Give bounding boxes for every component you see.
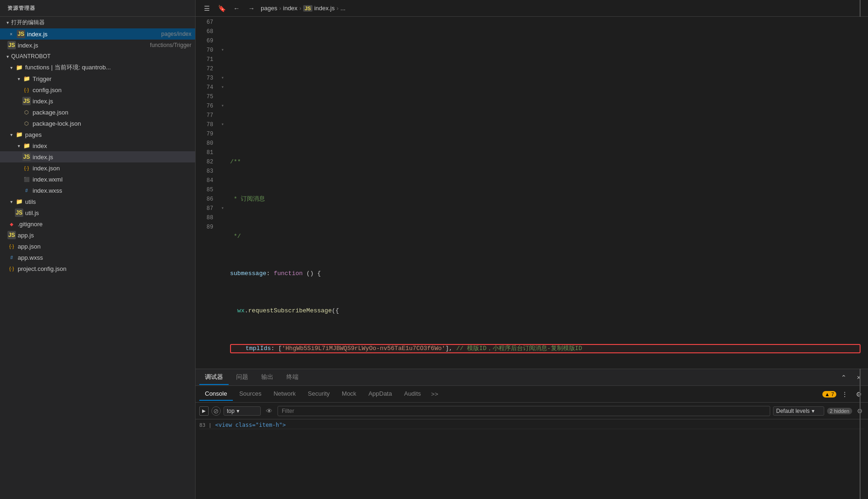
forward-button[interactable]: →: [246, 3, 257, 14]
sub-tab-sources[interactable]: Sources: [234, 387, 267, 401]
console-clear-button[interactable]: ⊘: [211, 406, 221, 416]
fold-88: [219, 213, 226, 223]
sub-tab-more[interactable]: >>: [427, 388, 442, 400]
panel-tab-terminal[interactable]: 终端: [281, 370, 304, 385]
console-content[interactable]: 83 | <view class="item-h">: [196, 419, 868, 499]
file-trigger-index-js[interactable]: JS index.js: [0, 95, 195, 107]
sub-tab-console[interactable]: Console: [199, 387, 233, 401]
folder-icon-index: 📁: [22, 142, 31, 150]
folder-utils[interactable]: ▾ 📁 utils: [0, 196, 195, 207]
ln-76: 76: [196, 101, 213, 111]
file-config-json[interactable]: {·} config.json: [0, 84, 195, 95]
panel-tab-debugger[interactable]: 调试器: [199, 370, 229, 385]
code-line-73: submessage: function () {: [230, 269, 861, 278]
file-app-wxss[interactable]: # app.wxss: [0, 252, 195, 263]
open-file-index-js-pages[interactable]: × JS index.js pages/index: [0, 28, 195, 40]
breadcrumb-pages[interactable]: pages: [261, 5, 277, 12]
folder-index[interactable]: ▾ 📁 index: [0, 140, 195, 151]
file-pages-index-js[interactable]: JS index.js: [0, 151, 195, 162]
folder-icon-utils: 📁: [15, 197, 23, 206]
js-icon-trigger-index: JS: [22, 97, 31, 105]
file-util-js[interactable]: JS util.js: [0, 207, 195, 218]
panel-chevron-up[interactable]: ⌃: [838, 372, 849, 383]
bookmark-button[interactable]: 🔖: [216, 3, 227, 14]
fold-68: [219, 27, 226, 36]
gitignore-icon: ◆: [7, 220, 16, 228]
sidebar-title: 资源管理器: [0, 0, 195, 17]
ln-77: 77: [196, 111, 213, 120]
sub-tab-mock[interactable]: Mock: [336, 387, 362, 401]
fold-73[interactable]: ▾: [219, 74, 226, 83]
label-pages-index-wxml: index.wxml: [33, 176, 191, 183]
editor-bottom-container: 67 68 69 70 71 72 73 74 75 76 77 78 79 8…: [196, 17, 868, 499]
file-app-js[interactable]: JS app.js: [0, 229, 195, 241]
section-quantrobot-label: QUANTROBOT: [11, 53, 51, 60]
fold-87[interactable]: ▾: [219, 204, 226, 213]
breadcrumb-index[interactable]: index: [283, 5, 298, 12]
bottom-panel: 调试器 问题 输出 终端 ⌃ × Console Sources Network…: [196, 369, 868, 499]
panel-actions: ⌃ ×: [838, 372, 864, 383]
file-app-json[interactable]: {·} app.json: [0, 241, 195, 252]
back-button[interactable]: ←: [231, 3, 242, 14]
folder-icon-trigger: 📁: [22, 74, 31, 83]
fold-79: [219, 129, 226, 139]
folder-pages[interactable]: ▾ 📁 pages: [0, 129, 195, 140]
fold-75: [219, 92, 226, 101]
label-trigger-index-js: index.js: [33, 98, 191, 105]
code-75-comment: // 模版ID，小程序后台订阅消息-复制模版ID: [456, 344, 582, 353]
open-file-index-js-trigger[interactable]: JS index.js functions/Trigger: [0, 40, 195, 51]
close-icon-index-js-pages[interactable]: ×: [7, 30, 15, 38]
editor-area[interactable]: 67 68 69 70 71 72 73 74 75 76 77 78 79 8…: [196, 17, 868, 369]
sub-tab-audits[interactable]: Audits: [399, 387, 427, 401]
breadcrumb-filename[interactable]: index.js: [314, 5, 335, 12]
breadcrumb-sep-2: ›: [299, 5, 301, 12]
console-toolbar: ▶ ⊘ top ▾ 👁 Default levels ▾ 2 hidden ⚙: [196, 403, 868, 419]
sub-tab-settings-icon[interactable]: ⚙: [853, 389, 864, 400]
file-project-config-json[interactable]: {·} project.config.json: [0, 263, 195, 274]
panel-close-btn[interactable]: ×: [853, 372, 864, 383]
ln-79: 79: [196, 129, 213, 139]
panel-tab-issues[interactable]: 问题: [231, 370, 254, 385]
console-gear-icon[interactable]: ⚙: [855, 406, 864, 416]
folder-trigger[interactable]: ▾ 📁 Trigger: [0, 73, 195, 84]
ln-81: 81: [196, 148, 213, 157]
console-context-select[interactable]: top ▾: [224, 406, 261, 416]
code-73-function-kw: function: [274, 269, 303, 278]
fold-76[interactable]: ▾: [219, 101, 226, 111]
section-quantrobot[interactable]: ▾ QUANTROBOT: [0, 51, 195, 62]
sub-tab-network[interactable]: Network: [268, 387, 301, 401]
code-lines[interactable]: /** * 订阅消息 */ submessage: function () {: [226, 17, 868, 369]
file-pages-index-json[interactable]: {·} index.json: [0, 162, 195, 174]
ln-84: 84: [196, 176, 213, 185]
code-line-75: tmplIds: ['HhgWb5Si9L7iMJBWQS9rLWyOo-nv5…: [230, 344, 861, 353]
fold-78[interactable]: ▾: [219, 120, 226, 129]
console-run-button[interactable]: ▶: [199, 406, 209, 416]
panel-tab-output[interactable]: 输出: [256, 370, 279, 385]
label-functions: functions | 当前环境: quantrob...: [25, 63, 191, 72]
label-package-lock-json: package-lock.json: [33, 120, 191, 127]
console-context-arrow: ▾: [237, 408, 239, 414]
code-73-colon: :: [266, 269, 274, 278]
sub-tab-more-icon[interactable]: ⋮: [839, 389, 850, 400]
fold-70[interactable]: ▾: [219, 46, 226, 55]
console-filter-input[interactable]: [278, 406, 770, 416]
console-eye-icon[interactable]: 👁: [264, 405, 275, 417]
hamburger-button[interactable]: ☰: [201, 3, 212, 14]
section-open-editors[interactable]: ▾ 打开的编辑器: [0, 17, 195, 28]
sub-tab-appdata[interactable]: AppData: [363, 387, 398, 401]
file-pages-index-wxml[interactable]: ⬛ index.wxml: [0, 174, 195, 185]
file-package-json[interactable]: ⬡ package.json: [0, 107, 195, 118]
ln-75: 75: [196, 92, 213, 101]
wxss-icon-app: #: [7, 253, 16, 262]
sub-tab-security[interactable]: Security: [302, 387, 335, 401]
line-numbers: 67 68 69 70 71 72 73 74 75 76 77 78 79 8…: [196, 17, 219, 369]
fold-86: [219, 195, 226, 204]
folder-functions[interactable]: ▾ 📁 functions | 当前环境: quantrob...: [0, 62, 195, 73]
fold-74[interactable]: ▾: [219, 83, 226, 92]
folder-icon-functions: 📁: [15, 63, 23, 72]
filename-index-js-pages: index.js: [27, 31, 157, 38]
file-gitignore[interactable]: ◆ .gitignore: [0, 218, 195, 229]
console-level-select[interactable]: Default levels ▾: [773, 406, 824, 416]
file-pages-index-wxss[interactable]: # index.wxss: [0, 185, 195, 196]
file-package-lock-json[interactable]: ⬡ package-lock.json: [0, 118, 195, 129]
